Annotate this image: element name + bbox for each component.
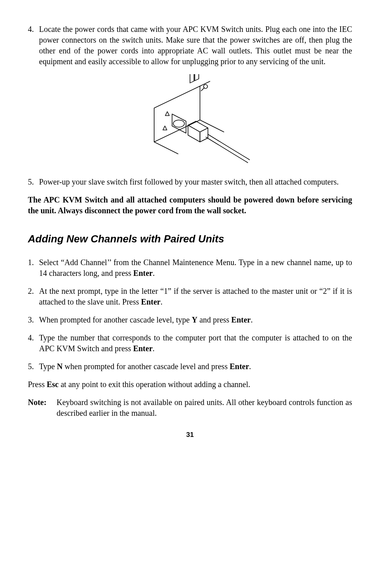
svg-rect-1	[190, 74, 194, 83]
add-step-2-number: 2.	[28, 286, 39, 307]
step-5: 5. Power-up your slave switch first foll…	[28, 177, 352, 187]
text: .	[249, 362, 251, 371]
step-5-number: 5.	[28, 177, 39, 187]
add-step-5-text: Type N when prompted for another cascade…	[39, 361, 352, 372]
key-esc: Esc	[47, 380, 59, 389]
power-down-warning: The APC KVM Switch and all attached comp…	[28, 195, 352, 216]
key-enter: Enter	[133, 344, 153, 353]
add-step-3: 3. When prompted for another cascade lev…	[28, 315, 352, 325]
key-enter: Enter	[229, 362, 249, 371]
text: at any point to exit this operation with…	[59, 380, 250, 389]
text: and press	[198, 315, 231, 324]
text: At the next prompt, type in the letter “…	[39, 287, 352, 306]
add-step-4: 4. Type the number that corresponds to t…	[28, 332, 352, 354]
key-enter: Enter	[231, 315, 251, 324]
add-step-5-number: 5.	[28, 361, 39, 372]
text: .	[153, 269, 155, 277]
text: .	[153, 344, 155, 353]
svg-point-3	[204, 85, 208, 88]
text: when prompted for another cascade level …	[63, 362, 229, 371]
add-step-2: 2. At the next prompt, type in the lette…	[28, 286, 352, 307]
step-4: 4. Locate the power cords that came with…	[28, 24, 352, 67]
svg-point-0	[173, 120, 184, 127]
add-step-4-number: 4.	[28, 332, 39, 354]
key-enter: Enter	[141, 297, 161, 306]
text: When prompted for another cascade level,…	[39, 315, 192, 324]
note-text: Keyboard switching is not available on p…	[57, 397, 352, 419]
step-4-number: 4.	[28, 24, 39, 67]
text: Press	[28, 380, 47, 389]
add-step-1-number: 1.	[28, 257, 39, 279]
text: Select “Add Channel’’ from the Channel M…	[39, 258, 352, 277]
step-4-text: Locate the power cords that came with yo…	[39, 24, 352, 67]
add-step-1-text: Select “Add Channel’’ from the Channel M…	[39, 257, 352, 279]
note-block: Note: Keyboard switching is not availabl…	[28, 397, 352, 419]
add-step-5: 5. Type N when prompted for another casc…	[28, 361, 352, 372]
svg-rect-2	[195, 74, 199, 81]
page-number: 31	[28, 431, 352, 440]
step-5-text: Power-up your slave switch first followe…	[39, 177, 352, 187]
key-enter: Enter	[133, 269, 153, 277]
add-step-3-number: 3.	[28, 315, 39, 325]
text: Type the number that corresponds to the …	[39, 333, 352, 353]
power-cord-figure	[28, 74, 352, 169]
key-N: N	[57, 362, 63, 371]
text: .	[161, 297, 163, 306]
power-cord-illustration-icon	[130, 74, 250, 166]
add-step-1: 1. Select “Add Channel’’ from the Channe…	[28, 257, 352, 279]
section-heading-adding-channels: Adding New Channels with Paired Units	[28, 232, 352, 246]
add-step-3-text: When prompted for another cascade level,…	[39, 315, 352, 325]
add-step-4-text: Type the number that corresponds to the …	[39, 332, 352, 354]
add-step-2-text: At the next prompt, type in the letter “…	[39, 286, 352, 307]
text: .	[251, 315, 253, 324]
note-label: Note:	[28, 397, 57, 419]
text: Type	[39, 362, 57, 371]
esc-exit-note: Press Esc at any point to exit this oper…	[28, 379, 352, 390]
key-Y: Y	[192, 315, 197, 324]
